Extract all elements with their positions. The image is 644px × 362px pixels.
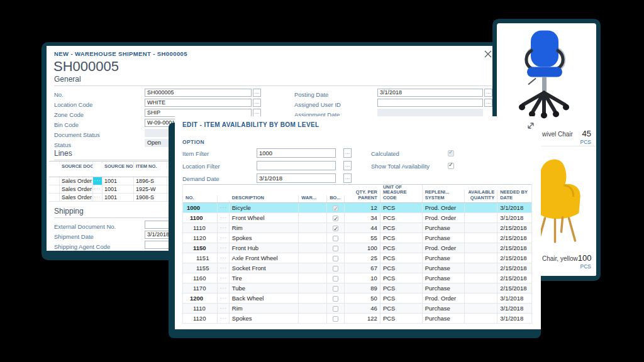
toggle-field: Show Total Availability — [371, 160, 509, 172]
row-ellipsis-icon[interactable] — [93, 177, 103, 185]
cell-unit-of-measure: PCS — [380, 223, 423, 233]
field-input[interactable]: WHITE — [145, 99, 252, 107]
cell-needed-by-date: 3/1/2018 — [497, 203, 531, 212]
cell-available-quantity — [465, 223, 497, 233]
stage: NEW - WAREHOUSE SHIPMENT - SH000005 SH00… — [0, 0, 644, 362]
row-ellipsis-icon[interactable] — [218, 314, 230, 323]
row-ellipsis-icon[interactable] — [218, 304, 230, 313]
form-field: Posting Date 3/1/2018 — [294, 88, 493, 98]
col-header-source-document: SOURCE DOCUMENT — [60, 162, 93, 169]
bom-checkbox[interactable] — [333, 286, 338, 292]
cell-no: 1160 — [183, 273, 218, 283]
table-row[interactable]: 1160 Tire 10 PCS Purchase 2/15/2018 — [183, 273, 531, 283]
cell-warehouse — [299, 233, 327, 243]
bom-table-body: 1000 Bicycle 12 PCS Prod. Order 3/1/2018… — [183, 203, 531, 324]
field-input[interactable]: 1000 — [257, 148, 336, 158]
cell-replenishment: Purchase — [423, 304, 465, 313]
row-ellipsis-icon[interactable] — [93, 185, 103, 193]
close-icon[interactable] — [483, 49, 493, 59]
cell-qty-per-parent: 67 — [345, 263, 380, 273]
cell-unit-of-measure: PCS — [380, 233, 423, 243]
cell-qty-per-parent: 89 — [345, 283, 380, 293]
table-row[interactable]: 1100 Front Wheel 34 PCS Prod. Order 3/1/… — [183, 213, 531, 223]
cell-warehouse — [299, 314, 327, 323]
row-ellipsis-icon[interactable] — [218, 253, 230, 263]
table-row[interactable]: 1170 Tube 89 PCS Purchase 2/15/2018 — [183, 283, 531, 293]
ellipsis-button[interactable] — [253, 99, 261, 107]
table-row[interactable]: 1150 Front Hub 100 PCS Prod. Order 2/15/… — [183, 243, 531, 253]
bom-checkbox[interactable] — [333, 236, 338, 241]
row-ellipsis-icon[interactable] — [218, 203, 230, 212]
expand-diagonal-icon[interactable] — [526, 121, 536, 131]
item-unit: PCS — [542, 139, 591, 145]
ellipsis-button[interactable] — [343, 173, 352, 183]
col-header-item-no: ITEM NO. — [134, 162, 167, 169]
bom-checkbox[interactable] — [333, 266, 338, 272]
bom-checkbox[interactable] — [333, 216, 338, 221]
field-input[interactable] — [377, 99, 483, 107]
row-ellipsis-icon[interactable] — [218, 223, 230, 233]
col-header-ellipsis — [218, 200, 230, 202]
cell-available-quantity — [465, 283, 497, 293]
row-ellipsis-icon[interactable] — [93, 194, 103, 201]
cell-replenishment: Prod. Order — [423, 203, 465, 212]
ellipsis-button[interactable] — [484, 89, 492, 97]
bom-checkbox[interactable] — [333, 226, 338, 231]
bom-checkbox[interactable] — [333, 276, 338, 282]
table-row[interactable]: 1110 Rim 46 PCS Purchase 3/1/2018 — [183, 304, 531, 314]
table-row[interactable]: 1151 Axle Front Wheel 25 PCS Purchase 2/… — [183, 253, 531, 263]
table-row[interactable]: 1200 Back Wheel 50 PCS Prod. Order 3/1/2… — [183, 293, 531, 304]
field-label: Location Filter — [182, 160, 220, 173]
table-row[interactable]: 1155 Socket Front 67 PCS Purchase 2/15/2… — [183, 263, 531, 273]
row-ellipsis-icon[interactable] — [218, 243, 230, 253]
row-ellipsis-icon[interactable] — [218, 213, 230, 222]
field-input[interactable] — [257, 161, 336, 170]
bom-checkbox[interactable] — [333, 296, 338, 302]
cell-no: 1120 — [183, 314, 218, 323]
cell-bom — [327, 253, 345, 263]
row-ellipsis-icon[interactable] — [218, 293, 230, 303]
checkbox[interactable] — [448, 150, 454, 156]
cell-bom — [327, 213, 345, 222]
bom-checkbox[interactable] — [333, 246, 338, 251]
ellipsis-button[interactable] — [343, 161, 352, 170]
row-ellipsis-icon[interactable] — [218, 263, 230, 273]
bom-checkbox[interactable] — [333, 256, 338, 261]
bom-checkbox[interactable] — [333, 306, 338, 312]
cell-description: Bicycle — [230, 203, 299, 212]
row-margin — [49, 162, 60, 163]
cell-no: 1100 — [183, 213, 218, 222]
row-ellipsis-icon[interactable] — [218, 273, 230, 283]
form-field: Assigned User ID — [294, 98, 493, 108]
row-ellipsis-icon[interactable] — [218, 233, 230, 243]
cell-warehouse — [299, 283, 327, 293]
cell-bom — [327, 233, 345, 243]
table-row[interactable]: 1000 Bicycle 12 PCS Prod. Order 3/1/2018 — [183, 203, 531, 213]
ellipsis-button[interactable] — [253, 89, 261, 97]
col-header-available-quantity: AVAILABLE QUANTITY — [465, 190, 497, 202]
cell-available-quantity — [465, 314, 497, 323]
col-header-description: DESCRIPTION — [230, 195, 299, 203]
ellipsis-button[interactable] — [484, 99, 492, 107]
cell-warehouse — [299, 263, 327, 273]
cell-qty-per-parent: 55 — [345, 233, 380, 243]
field-input[interactable]: SH000005 — [145, 89, 252, 97]
cell-replenishment: Purchase — [423, 233, 465, 243]
field-label: Shipping Agent Code — [54, 242, 110, 252]
bom-checkbox[interactable] — [333, 206, 338, 211]
cell-unit-of-measure: PCS — [380, 213, 423, 222]
table-row[interactable]: 1120 Spokes 122 PCS Purchase 3/1/2018 — [183, 314, 531, 324]
cell-no: 1000 — [183, 203, 218, 212]
cell-needed-by-date: 2/15/2018 — [497, 283, 531, 293]
table-row[interactable]: 1110 Rim 44 PCS Purchase 2/15/2018 — [183, 223, 531, 233]
cell-qty-per-parent: 25 — [345, 253, 380, 263]
bom-checkbox[interactable] — [333, 316, 338, 322]
ellipsis-button[interactable] — [343, 148, 352, 158]
row-ellipsis-icon[interactable] — [218, 283, 230, 293]
filter-field: Item Filter 1000 — [182, 147, 352, 160]
checkbox[interactable] — [448, 163, 454, 169]
cell-available-quantity — [465, 243, 497, 253]
field-input[interactable]: 3/1/2018 — [377, 89, 483, 97]
table-row[interactable]: 1120 Spokes 55 PCS Purchase 2/15/2018 — [183, 233, 531, 243]
field-input[interactable]: 3/1/2018 — [257, 173, 336, 183]
